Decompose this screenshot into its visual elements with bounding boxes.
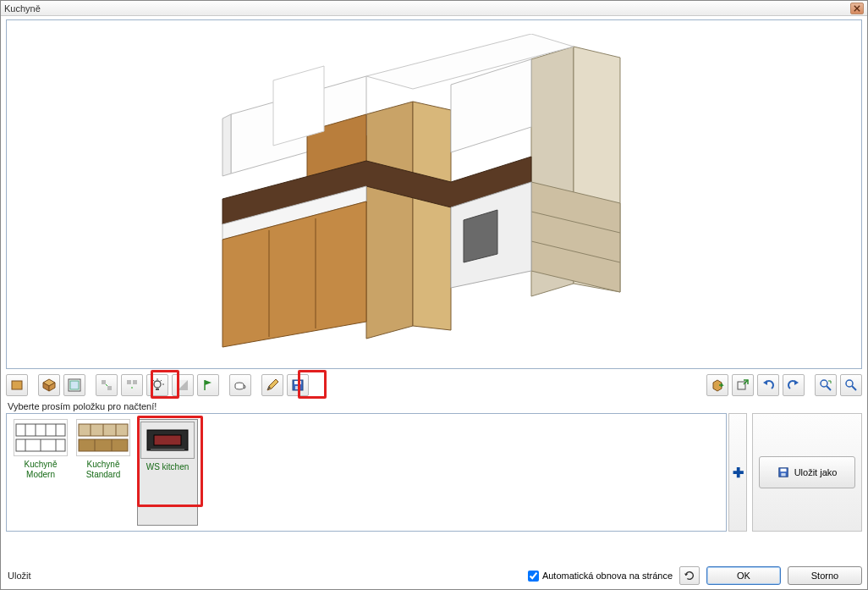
add-preset-panel[interactable]: ✚ [728,413,747,532]
undo-icon [761,378,775,392]
shade-icon [176,378,190,392]
refresh-button[interactable] [679,566,700,585]
svg-rect-21 [12,381,22,389]
tool-export[interactable] [732,374,754,396]
preset-label: WS kitchen [146,462,190,472]
tool-redo[interactable] [783,374,805,396]
zoom-icon [844,378,858,392]
svg-point-54 [821,380,827,387]
svg-rect-48 [295,386,300,389]
tool-region-1[interactable] [96,374,118,396]
svg-marker-0 [366,102,413,339]
tool-shade[interactable] [172,374,194,396]
tool-view-front[interactable] [6,374,28,396]
toolbar [6,372,862,398]
box-arrow-icon [711,378,724,392]
svg-line-38 [161,380,162,382]
cube-iso-icon [42,378,56,392]
tool-package[interactable] [706,374,728,396]
save-as-label: Uložit jako [794,467,838,477]
save-disk-icon [291,378,305,392]
bottom-bar: Uložit Automatická obnova na stránce OK … [6,562,862,586]
svg-rect-27 [102,380,106,384]
tool-region-2[interactable] [121,374,143,396]
kitchen-render-icon [197,34,671,356]
tool-save[interactable] [287,374,309,396]
tool-lighting[interactable] [146,374,168,396]
save-as-button[interactable]: Uložit jako [759,456,855,488]
close-button[interactable] [850,3,864,14]
svg-rect-79 [781,473,785,477]
svg-point-56 [846,380,853,387]
svg-line-57 [852,386,856,390]
svg-rect-31 [133,380,137,384]
svg-rect-75 [154,435,181,445]
auto-refresh-checkbox[interactable]: Automatická obnova na stránce [528,571,673,582]
titlebar: Kuchyně [1,1,867,16]
auto-refresh-label: Automatická obnova na stránce [542,571,673,581]
ok-button[interactable]: OK [706,566,781,585]
saveas-panel: Uložit jako [752,413,862,532]
preset-label: Kuchyně Standard [74,460,132,480]
ok-label: OK [737,571,750,581]
preset-item-modern[interactable]: Kuchyně Modern [12,419,69,526]
flag-icon [201,378,215,392]
cube-front-icon [10,378,24,392]
svg-rect-28 [107,386,112,390]
cancel-button[interactable]: Storno [788,566,862,585]
preset-label: Kuchyně Modern [12,460,69,480]
svg-marker-42 [205,380,212,385]
svg-marker-52 [763,380,767,385]
svg-marker-18 [273,66,324,146]
thumb-ws-icon [142,423,193,457]
svg-rect-78 [780,469,786,472]
tool-view-plan[interactable] [63,374,85,396]
svg-line-37 [153,380,155,382]
plan-icon [68,378,81,392]
svg-marker-53 [794,380,799,385]
preset-gallery: Kuchyně Modern Kuchyně Standard WS kitch… [6,413,727,532]
svg-rect-30 [127,380,131,384]
save-disk-icon [777,466,789,478]
svg-point-33 [154,381,161,388]
region2-icon [125,378,139,392]
svg-marker-1 [413,102,451,330]
redo-icon [787,378,800,392]
tool-zoom-extents[interactable] [815,374,837,396]
close-icon [854,5,860,12]
refresh-icon [684,570,695,582]
svg-line-29 [106,384,107,386]
thumb-modern-icon [15,421,66,455]
tool-view-iso[interactable] [38,374,60,396]
svg-rect-76 [151,449,184,451]
svg-rect-47 [294,381,301,384]
svg-rect-58 [16,424,65,436]
tool-zoom[interactable] [840,374,862,396]
tool-render[interactable] [229,374,251,396]
box-out-icon [736,378,750,392]
save-label: Uložit [6,571,31,581]
zoom-fit-icon [819,378,832,392]
plus-icon: ✚ [733,465,744,481]
svg-line-55 [827,386,831,390]
auto-refresh-input[interactable] [528,571,539,582]
svg-marker-5 [222,114,231,176]
svg-rect-26 [70,381,79,389]
tool-edit[interactable] [261,374,283,396]
svg-rect-68 [79,439,128,451]
select-prompt: Vyberte prosím položku pro načtení! [8,401,862,411]
preview-3d-viewport[interactable] [6,19,862,369]
pencil-icon [266,378,279,392]
window-title: Kuchyně [4,3,41,14]
lightbulb-icon [151,378,164,392]
region-icon [100,378,113,392]
cancel-label: Storno [811,571,838,581]
preset-item-standard[interactable]: Kuchyně Standard [74,419,132,526]
preset-item-ws-kitchen[interactable]: WS kitchen [137,419,198,526]
teacup-icon [233,378,247,392]
tool-flag[interactable] [197,374,219,396]
tool-undo[interactable] [757,374,779,396]
thumb-standard-icon [78,421,129,455]
